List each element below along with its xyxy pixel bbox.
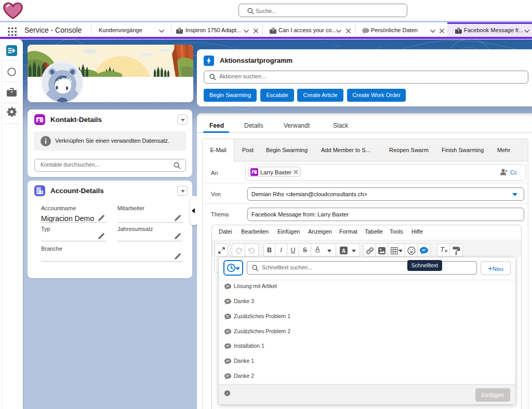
svg-text:A: A [342,248,345,254]
